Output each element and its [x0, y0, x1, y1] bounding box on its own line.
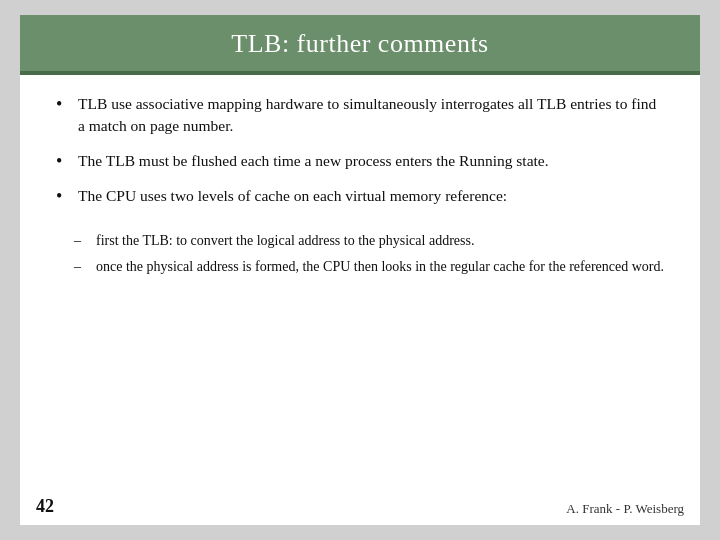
- title-bar: TLB: further comments: [20, 15, 700, 75]
- sub-bullet-text-1: first the TLB: to convert the logical ad…: [96, 231, 474, 251]
- dash-icon: –: [74, 231, 92, 251]
- list-item: – once the physical address is formed, t…: [74, 257, 664, 277]
- bullet-text-3: The CPU uses two levels of cache on each…: [78, 185, 507, 207]
- slide: TLB: further comments • TLB use associat…: [20, 15, 700, 525]
- slide-footer: 42 A. Frank - P. Weisberg: [20, 492, 700, 525]
- dash-icon: –: [74, 257, 92, 277]
- bullet-icon: •: [56, 185, 74, 208]
- slide-title: TLB: further comments: [231, 29, 488, 59]
- sub-bullet-text-2: once the physical address is formed, the…: [96, 257, 664, 277]
- list-item: • The CPU uses two levels of cache on ea…: [56, 185, 664, 208]
- author-text: A. Frank - P. Weisberg: [566, 501, 684, 517]
- bullet-text-1: TLB use associative mapping hardware to …: [78, 93, 664, 138]
- content-area: • TLB use associative mapping hardware t…: [20, 75, 700, 492]
- bullet-icon: •: [56, 93, 74, 116]
- list-item: • The TLB must be flushed each time a ne…: [56, 150, 664, 173]
- main-bullet-list: • TLB use associative mapping hardware t…: [56, 93, 664, 221]
- bullet-icon: •: [56, 150, 74, 173]
- sub-bullet-list: – first the TLB: to convert the logical …: [74, 231, 664, 284]
- list-item: • TLB use associative mapping hardware t…: [56, 93, 664, 138]
- slide-number: 42: [36, 496, 54, 517]
- list-item: – first the TLB: to convert the logical …: [74, 231, 664, 251]
- bullet-text-2: The TLB must be flushed each time a new …: [78, 150, 549, 172]
